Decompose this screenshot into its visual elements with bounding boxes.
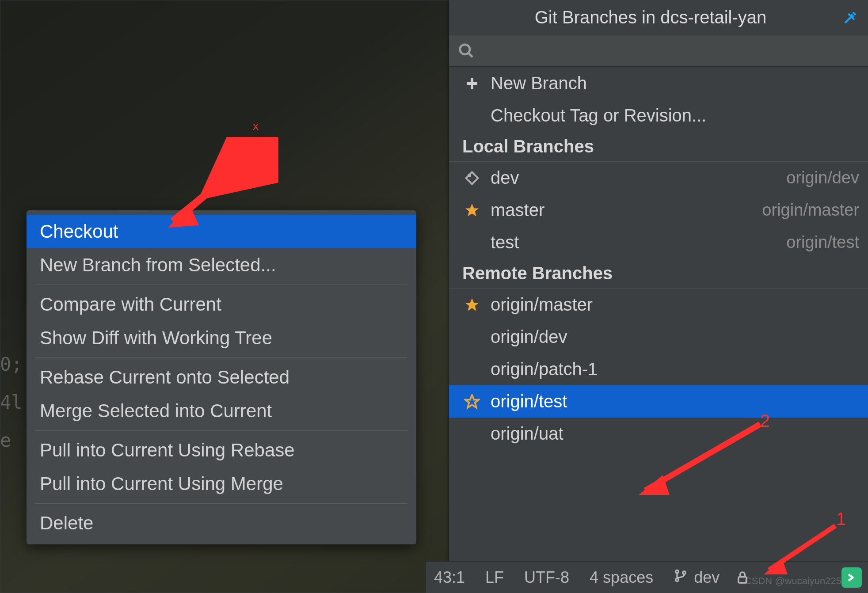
x-mark: x <box>253 119 259 133</box>
plus-icon <box>461 76 483 91</box>
ctx-separator <box>35 503 407 504</box>
line-separator[interactable]: LF <box>485 568 504 587</box>
annotation-number-3: 3 <box>266 134 276 154</box>
branch-search-input[interactable] <box>483 42 859 60</box>
new-branch-label: New Branch <box>491 73 859 93</box>
popup-title: Git Branches in dcs-retail-yan <box>459 8 842 27</box>
tag-icon <box>461 170 483 186</box>
git-branches-popup: Git Branches in dcs-retail-yan New Branc… <box>449 0 868 561</box>
pin-icon[interactable] <box>842 10 858 26</box>
branch-label: origin/uat <box>491 424 859 444</box>
branch-label: origin/dev <box>491 327 859 347</box>
checkout-tag-item[interactable]: Checkout Tag or Revision... <box>449 99 868 132</box>
remote-branch-origin-master[interactable]: origin/master <box>449 289 868 321</box>
ctx-merge-selected-into-current[interactable]: Merge Selected into Current <box>27 394 416 428</box>
remote-branch-origin-dev[interactable]: origin/dev <box>449 321 868 353</box>
ctx-rebase-onto-selected[interactable]: Rebase Current onto Selected <box>27 361 416 394</box>
remote-branch-origin-uat[interactable]: origin/uat <box>449 418 868 450</box>
branch-label: origin/test <box>491 392 859 411</box>
svg-point-7 <box>683 571 686 574</box>
svg-point-6 <box>676 578 679 582</box>
code-snippet: 0; 4l e <box>0 346 23 460</box>
search-row[interactable] <box>449 35 868 67</box>
local-branch-master[interactable]: master origin/master <box>449 194 868 226</box>
ctx-new-branch-from-selected[interactable]: New Branch from Selected... <box>27 248 416 282</box>
file-encoding[interactable]: UTF-8 <box>524 568 569 587</box>
ctx-delete[interactable]: Delete <box>27 506 416 540</box>
annotation-number-1: 1 <box>836 509 846 529</box>
ctx-separator <box>35 285 407 285</box>
current-branch-name: dev <box>694 568 720 587</box>
branch-label: origin/master <box>491 295 859 315</box>
remote-branch-origin-patch-1[interactable]: origin/patch-1 <box>449 353 868 385</box>
branch-context-menu: Checkout New Branch from Selected... Com… <box>27 210 416 544</box>
star-icon <box>461 202 483 218</box>
ctx-show-diff-working-tree[interactable]: Show Diff with Working Tree <box>27 321 416 355</box>
terminal-run-icon[interactable] <box>841 567 862 588</box>
local-branch-test[interactable]: test origin/test <box>449 226 868 258</box>
ctx-pull-using-rebase[interactable]: Pull into Current Using Rebase <box>27 433 416 467</box>
star-outline-icon <box>461 394 483 410</box>
branch-icon <box>674 568 688 587</box>
indent-setting[interactable]: 4 spaces <box>590 568 653 587</box>
branch-tracking: origin/test <box>786 233 859 252</box>
ctx-checkout[interactable]: Checkout <box>27 215 416 248</box>
branch-label: test <box>491 232 786 252</box>
svg-point-4 <box>468 174 471 176</box>
remote-branches-header: Remote Branches <box>449 258 868 289</box>
local-branch-dev[interactable]: dev origin/dev <box>449 162 868 194</box>
ctx-separator <box>35 430 407 431</box>
ctx-compare-with-current[interactable]: Compare with Current <box>27 288 416 321</box>
branch-tracking: origin/dev <box>786 168 859 187</box>
remote-branch-origin-test[interactable]: origin/test <box>449 385 868 418</box>
popup-title-row: Git Branches in dcs-retail-yan <box>449 0 868 35</box>
svg-point-5 <box>676 570 679 573</box>
caret-position[interactable]: 43:1 <box>434 568 465 587</box>
branch-label: master <box>491 200 762 220</box>
svg-point-0 <box>460 45 470 54</box>
branch-tracking: origin/master <box>762 201 859 220</box>
git-branch-widget[interactable]: dev <box>674 568 720 587</box>
ctx-pull-using-merge[interactable]: Pull into Current Using Merge <box>27 467 416 501</box>
search-icon <box>458 42 475 59</box>
svg-line-1 <box>468 53 473 57</box>
branch-label: dev <box>491 168 786 188</box>
ctx-separator <box>35 357 407 358</box>
new-branch-item[interactable]: New Branch <box>449 67 868 99</box>
branch-label: origin/patch-1 <box>491 359 859 379</box>
checkout-tag-label: Checkout Tag or Revision... <box>491 106 859 125</box>
star-icon <box>461 297 483 313</box>
watermark: CSDN @wucaiyun225 <box>745 575 841 587</box>
annotation-number-2: 2 <box>760 411 770 431</box>
local-branches-header: Local Branches <box>449 132 868 162</box>
